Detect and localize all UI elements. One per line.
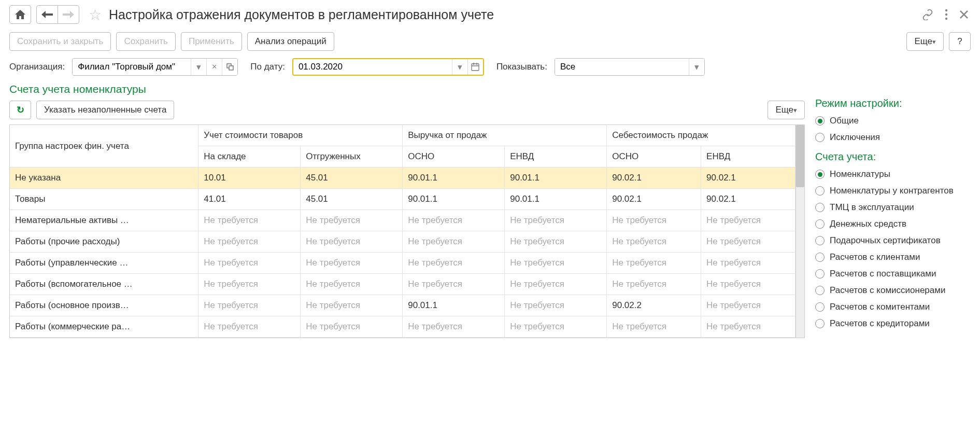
clear-icon[interactable]: ×	[206, 59, 222, 75]
account-cell[interactable]: Не требуется	[607, 231, 701, 253]
row-name-cell[interactable]: Нематериальные активы …	[10, 210, 198, 231]
col-cost[interactable]: Себестоимость продаж	[607, 125, 796, 146]
account-cell[interactable]: Не требуется	[198, 231, 301, 253]
org-field[interactable]: ▾ ×	[72, 58, 238, 76]
accounts-option[interactable]: Номенклатуры	[815, 166, 971, 183]
account-cell[interactable]: Не требуется	[505, 231, 607, 253]
account-cell[interactable]: Не требуется	[301, 274, 403, 295]
account-cell[interactable]: Не требуется	[301, 253, 403, 274]
favorite-star-icon[interactable]: ☆	[89, 6, 102, 23]
account-cell[interactable]: Не требуется	[198, 210, 301, 231]
accounts-option[interactable]: Денежных средств	[815, 216, 971, 232]
row-name-cell[interactable]: Товары	[10, 189, 198, 210]
account-cell[interactable]: 90.02.1	[701, 168, 796, 189]
table-row[interactable]: Работы (управленческие …Не требуетсяНе т…	[10, 253, 796, 274]
table-row[interactable]: Нематериальные активы …Не требуетсяНе тр…	[10, 210, 796, 231]
account-cell[interactable]: 41.01	[198, 189, 301, 210]
table-row[interactable]: Товары41.0145.0190.01.190.01.190.02.190.…	[10, 189, 796, 210]
calendar-icon[interactable]	[467, 59, 483, 75]
col-envd-2[interactable]: ЕНВД	[701, 146, 796, 168]
account-cell[interactable]: Не требуется	[505, 253, 607, 274]
accounts-option[interactable]: Номенклатуры у контрагентов	[815, 183, 971, 199]
accounts-option[interactable]: Расчетов с клиентами	[815, 249, 971, 266]
account-cell[interactable]: 45.01	[301, 189, 403, 210]
account-cell[interactable]: 90.02.1	[701, 189, 796, 210]
col-shipped[interactable]: Отгруженных	[301, 146, 403, 168]
account-cell[interactable]: Не требуется	[198, 316, 301, 338]
refresh-button[interactable]: ↻	[9, 101, 31, 119]
help-button[interactable]: ?	[949, 32, 971, 51]
account-cell[interactable]: Не требуется	[198, 253, 301, 274]
fill-blank-accounts-button[interactable]: Указать незаполненные счета	[36, 101, 174, 119]
account-cell[interactable]: Не требуется	[701, 274, 796, 295]
account-cell[interactable]: Не требуется	[301, 295, 403, 316]
date-input[interactable]	[293, 59, 452, 75]
col-osno-1[interactable]: ОСНО	[403, 146, 505, 168]
mode-option[interactable]: Исключения	[815, 129, 971, 146]
row-name-cell[interactable]: Работы (управленческие …	[10, 253, 198, 274]
more-button[interactable]: Еще	[906, 32, 944, 51]
account-cell[interactable]: Не требуется	[403, 274, 505, 295]
open-icon[interactable]	[222, 59, 237, 75]
chevron-down-icon[interactable]: ▾	[689, 59, 704, 75]
chevron-down-icon[interactable]: ▾	[191, 59, 206, 75]
account-cell[interactable]: Не требуется	[505, 295, 607, 316]
row-name-cell[interactable]: Работы (прочие расходы)	[10, 231, 198, 253]
link-icon[interactable]	[920, 7, 935, 22]
back-button[interactable]	[36, 5, 58, 24]
account-cell[interactable]: Не требуется	[607, 274, 701, 295]
account-cell[interactable]: Не требуется	[607, 316, 701, 338]
account-cell[interactable]: Не требуется	[301, 316, 403, 338]
account-cell[interactable]: 90.02.1	[607, 189, 701, 210]
account-cell[interactable]: Не требуется	[701, 295, 796, 316]
account-cell[interactable]: Не требуется	[505, 274, 607, 295]
account-cell[interactable]: Не требуется	[607, 210, 701, 231]
table-more-button[interactable]: Еще	[768, 101, 805, 119]
col-group[interactable]: Группа настроек фин. учета	[10, 125, 198, 168]
org-input[interactable]	[73, 59, 191, 75]
account-cell[interactable]: 90.01.1	[403, 295, 505, 316]
col-envd-1[interactable]: ЕНВД	[505, 146, 607, 168]
account-cell[interactable]: Не требуется	[403, 210, 505, 231]
col-warehouse[interactable]: На складе	[198, 146, 301, 168]
show-input[interactable]	[555, 59, 689, 75]
home-button[interactable]	[9, 5, 31, 24]
table-row[interactable]: Не указана10.0145.0190.01.190.01.190.02.…	[10, 168, 796, 189]
account-cell[interactable]: Не требуется	[403, 253, 505, 274]
account-cell[interactable]: Не требуется	[607, 253, 701, 274]
table-row[interactable]: Работы (основное произв…Не требуетсяНе т…	[10, 295, 796, 316]
analyze-operations-button[interactable]: Анализ операций	[247, 32, 334, 51]
close-icon[interactable]	[957, 8, 971, 21]
account-cell[interactable]: Не требуется	[505, 210, 607, 231]
col-osno-2[interactable]: ОСНО	[607, 146, 701, 168]
account-cell[interactable]: Не требуется	[403, 231, 505, 253]
row-name-cell[interactable]: Работы (вспомогательное …	[10, 274, 198, 295]
accounts-option[interactable]: Подарочных сертификатов	[815, 232, 971, 249]
save-and-close-button[interactable]: Сохранить и закрыть	[9, 32, 111, 51]
accounts-option[interactable]: Расчетов с кредиторами	[815, 315, 971, 332]
accounts-option[interactable]: Расчетов с комитентами	[815, 299, 971, 315]
account-cell[interactable]: 90.02.2	[607, 295, 701, 316]
kebab-menu-icon[interactable]	[943, 7, 950, 22]
account-cell[interactable]: Не требуется	[403, 316, 505, 338]
row-name-cell[interactable]: Работы (коммерческие ра…	[10, 316, 198, 338]
account-cell[interactable]: 45.01	[301, 168, 403, 189]
accounts-option[interactable]: Расчетов с комиссионерами	[815, 282, 971, 299]
account-cell[interactable]: 90.01.1	[505, 168, 607, 189]
account-cell[interactable]: Не требуется	[301, 210, 403, 231]
accounts-option[interactable]: Расчетов с поставщиками	[815, 266, 971, 282]
account-cell[interactable]: Не требуется	[701, 253, 796, 274]
table-row[interactable]: Работы (коммерческие ра…Не требуетсяНе т…	[10, 316, 796, 338]
show-field[interactable]: ▾	[555, 58, 705, 76]
save-button[interactable]: Сохранить	[116, 32, 175, 51]
col-revenue[interactable]: Выручка от продаж	[403, 125, 607, 146]
col-stock[interactable]: Учет стоимости товаров	[198, 125, 403, 146]
account-cell[interactable]: Не требуется	[701, 231, 796, 253]
account-cell[interactable]: Не требуется	[701, 210, 796, 231]
account-cell[interactable]: 90.01.1	[505, 189, 607, 210]
account-cell[interactable]: Не требуется	[301, 231, 403, 253]
account-cell[interactable]: 10.01	[198, 168, 301, 189]
account-cell[interactable]: 90.01.1	[403, 189, 505, 210]
account-cell[interactable]: Не требуется	[701, 316, 796, 338]
accounts-option[interactable]: ТМЦ в эксплуатации	[815, 199, 971, 216]
